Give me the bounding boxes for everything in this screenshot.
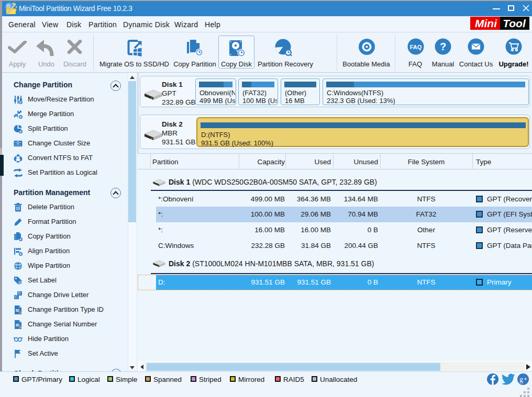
svg-text:D:: D: [18,291,21,295]
svg-text:g: g [519,376,523,383]
svg-text:+: + [524,376,527,382]
svg-text:ID: ID [16,309,19,312]
svg-text:ID: ID [16,323,19,327]
svg-text:C:: C: [15,295,18,299]
svg-text:FAQ: FAQ [410,44,422,50]
svg-text:?: ? [440,41,446,52]
